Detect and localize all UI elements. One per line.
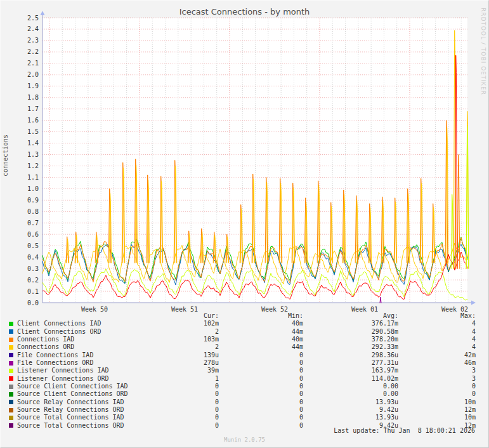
legend-avg-value: 114.02m bbox=[303, 375, 398, 383]
legend-series-label: Source Relay Connections ORD bbox=[17, 406, 144, 414]
y-tick-label: 2.5 bbox=[27, 15, 39, 22]
legend-cur-value: 139u bbox=[144, 352, 219, 359]
legend-series-label: Source Client Connections IAD bbox=[17, 383, 144, 390]
legend-series-label: Connections ORD bbox=[17, 343, 144, 351]
legend-max-value: 4 bbox=[398, 336, 476, 343]
legend-max-value: 0 bbox=[398, 383, 476, 390]
legend-row: Listener Connections IAD39m0163.97m3 bbox=[0, 367, 489, 374]
legend-swatch bbox=[9, 423, 13, 428]
y-tick-label: 0.5 bbox=[27, 242, 39, 249]
legend-swatch bbox=[9, 369, 13, 373]
legend-max-value: 3 bbox=[398, 367, 476, 374]
legend-row: Source Relay Connections IAD0013.93u10m bbox=[0, 399, 489, 406]
legend-swatch bbox=[9, 322, 13, 326]
legend-col-header: Cur: bbox=[144, 312, 219, 320]
legend-swatch bbox=[9, 400, 13, 404]
legend-min-value: 0 bbox=[219, 383, 303, 390]
legend-min-value: 0 bbox=[219, 375, 303, 383]
y-tick-label: 0.4 bbox=[27, 254, 39, 261]
legend-max-value: 10m bbox=[398, 414, 476, 421]
legend-swatch bbox=[9, 385, 13, 389]
legend-max-value: 4 bbox=[398, 320, 476, 327]
legend-cur-value: 0 bbox=[144, 383, 219, 390]
legend-series-label: Client Connections ORD bbox=[17, 328, 144, 336]
legend-series-label: File Connections IAD bbox=[17, 352, 144, 359]
y-tick-label: 2.1 bbox=[27, 60, 39, 67]
legend-max-value: 46m bbox=[398, 359, 476, 367]
legend-cur-value: 1 bbox=[144, 375, 219, 383]
legend-swatch bbox=[9, 376, 13, 381]
legend-max-value: 4 bbox=[398, 343, 476, 351]
legend-swatch bbox=[9, 345, 13, 350]
legend-series-label: Connections IAD bbox=[17, 336, 144, 343]
legend-series-label: Source Relay Connections IAD bbox=[17, 399, 144, 406]
y-tick-label: 1.6 bbox=[27, 117, 39, 124]
legend-max-value: 0 bbox=[398, 390, 476, 398]
rrdtool-watermark: RRDTOOL / TOBI OETIKER bbox=[480, 8, 486, 95]
legend-row: File Connections IAD139u0298.36u42m bbox=[0, 352, 489, 359]
legend-min-value: 40m bbox=[219, 336, 303, 343]
legend-min-value: 0 bbox=[219, 367, 303, 374]
legend-cur-value: 39m bbox=[144, 367, 219, 374]
legend-avg-value: 277.31u bbox=[303, 359, 398, 367]
y-tick-label: 1.0 bbox=[27, 185, 39, 192]
legend-cur-value: 0 bbox=[144, 390, 219, 398]
legend-avg-value: 0.00 bbox=[303, 383, 398, 390]
y-tick-label: 0.9 bbox=[27, 197, 39, 204]
legend-min-value: 44m bbox=[219, 343, 303, 351]
y-axis-label: connections bbox=[2, 135, 9, 176]
legend-avg-value: 298.36u bbox=[303, 352, 398, 359]
chart-canvas: 0.00.10.20.30.40.50.60.70.80.91.01.11.21… bbox=[42, 18, 478, 316]
y-tick-label: 0.2 bbox=[27, 277, 39, 284]
y-tick-label: 0.0 bbox=[27, 300, 39, 306]
legend-min-value: 44m bbox=[219, 328, 303, 336]
legend-cur-value: 103m bbox=[144, 336, 219, 343]
y-tick-label: 1.9 bbox=[27, 82, 39, 89]
legend-cur-value: 278u bbox=[144, 359, 219, 367]
y-tick-label: 0.3 bbox=[27, 265, 39, 272]
legend-avg-value: 378.20m bbox=[303, 336, 398, 343]
y-tick-label: 0.1 bbox=[27, 288, 39, 295]
legend-row: Source Relay Connections ORD009.42u12m bbox=[0, 406, 489, 414]
y-tick-label: 0.7 bbox=[27, 220, 39, 227]
y-tick-label: 1.4 bbox=[27, 140, 39, 147]
legend-min-value: 0 bbox=[219, 359, 303, 367]
legend-cur-value: 2 bbox=[144, 343, 219, 351]
legend-swatch bbox=[9, 338, 13, 342]
legend-col-header: Min: bbox=[219, 312, 303, 320]
legend-row: File Connections ORD278u0277.31u46m bbox=[0, 359, 489, 367]
chart-title: Icecast Connections - by month bbox=[0, 7, 489, 16]
legend: Cur:Min:Avg:Max:Client Connections IAD10… bbox=[0, 312, 489, 430]
legend-row: Client Connections ORD244m290.58m4 bbox=[0, 328, 489, 336]
x-axis-arrow bbox=[471, 301, 476, 305]
y-tick-label: 2.2 bbox=[27, 48, 39, 55]
legend-col-header: Avg: bbox=[303, 312, 398, 320]
legend-swatch bbox=[9, 329, 13, 334]
legend-row: Source Client Connections IAD000.000 bbox=[0, 383, 489, 390]
legend-header: Cur:Min:Avg:Max: bbox=[0, 312, 489, 320]
legend-avg-value: 13.93u bbox=[303, 414, 398, 421]
y-tick-label: 1.2 bbox=[27, 162, 39, 169]
legend-series-label: Listener Connections ORD bbox=[17, 375, 144, 383]
legend-avg-value: 376.17m bbox=[303, 320, 398, 327]
legend-max-value: 4 bbox=[398, 328, 476, 336]
legend-col-header: Max: bbox=[398, 312, 476, 320]
munin-version: Munin 2.0.75 bbox=[0, 437, 489, 443]
legend-cur-value: 0 bbox=[144, 414, 219, 421]
legend-avg-value: 163.97m bbox=[303, 367, 398, 374]
y-tick-label: 2.4 bbox=[27, 25, 39, 32]
legend-series-label: Client Connections IAD bbox=[17, 320, 144, 327]
legend-series-label: Source Total Connections ORD bbox=[17, 422, 144, 430]
legend-row: Connections IAD103m40m378.20m4 bbox=[0, 336, 489, 343]
legend-avg-value: 292.33m bbox=[303, 343, 398, 351]
legend-avg-value: 290.58m bbox=[303, 328, 398, 336]
legend-cur-value: 2 bbox=[144, 328, 219, 336]
legend-avg-value: 9.42u bbox=[303, 406, 398, 414]
y-tick-label: 2.3 bbox=[27, 37, 39, 44]
legend-series-label: Listener Connections IAD bbox=[17, 367, 144, 374]
legend-swatch bbox=[9, 361, 13, 366]
legend-avg-value: 13.93u bbox=[303, 399, 398, 406]
legend-min-value: 40m bbox=[219, 320, 303, 327]
legend-swatch bbox=[9, 408, 13, 412]
y-tick-label: 2.0 bbox=[27, 71, 39, 78]
